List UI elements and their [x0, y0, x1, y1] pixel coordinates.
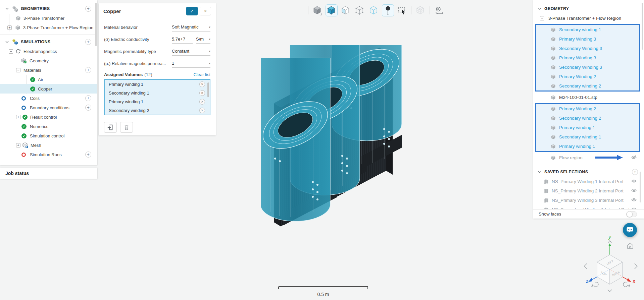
roll-cw-icon[interactable] [623, 282, 628, 287]
x-axis-label[interactable]: X [633, 279, 635, 284]
wireframe-select-icon[interactable] [368, 4, 380, 16]
left-sidebar-scrollbar[interactable] [95, 3, 97, 46]
volume-select-icon[interactable] [326, 4, 338, 16]
collapse-minus-box[interactable]: − [9, 49, 13, 54]
geometry-part-row[interactable]: Primary winding 1 [536, 123, 639, 132]
geometry-root-item[interactable]: − 3-Phase Transformer + Flow Region [533, 13, 644, 23]
eye-icon[interactable] [631, 198, 637, 202]
remove-volume-button[interactable]: × [199, 99, 205, 105]
geometry-part-row[interactable]: Secondary winding 2 [536, 113, 639, 123]
tree-item-air[interactable]: ✓ Air [0, 75, 97, 84]
tree-item-simulation-runs[interactable]: Simulation Runs + [0, 150, 97, 159]
tree-item-simulation-control[interactable]: ✓ Simulation control [0, 131, 97, 140]
assigned-volume-item[interactable]: Secondary winding 1 × [105, 88, 210, 97]
nudge-down-chevron[interactable] [608, 290, 612, 292]
geometry-part-row[interactable]: Primary Winding 2 [536, 72, 639, 81]
relative-permeability-input[interactable]: 1 ▾ [172, 59, 210, 68]
rotate-right-chevron[interactable] [635, 263, 637, 269]
permeability-type-select[interactable]: Constant ▾ [172, 47, 210, 56]
remove-volume-button[interactable]: × [199, 108, 205, 113]
close-button[interactable]: × [200, 7, 211, 15]
add-saved-selection-button[interactable]: + [632, 169, 638, 175]
job-status-bar[interactable]: Job status [0, 168, 97, 179]
add-simulation-run-button[interactable]: + [85, 152, 91, 158]
tree-item-3-phase-transformer[interactable]: 3-Phase Transformer [0, 13, 97, 23]
mesh-display-icon[interactable] [414, 4, 427, 16]
material-behavior-select[interactable]: Soft Magnetic ▾ [172, 23, 210, 32]
tree-item-mesh[interactable]: + Mesh [0, 140, 97, 150]
eye-icon[interactable] [631, 179, 637, 183]
add-boundary-condition-button[interactable]: + [85, 105, 91, 111]
remove-volume-button[interactable]: × [199, 81, 205, 87]
confirm-button[interactable]: ✓ [186, 7, 198, 15]
rotate-left-chevron[interactable] [584, 263, 587, 269]
geometry-part-row[interactable]: Secondary winding 1 [536, 132, 639, 141]
collapse-minus-box[interactable]: − [16, 68, 20, 72]
probe-point-icon[interactable] [382, 4, 394, 16]
add-material-button[interactable]: + [85, 67, 91, 73]
roll-ccw-icon[interactable] [594, 282, 598, 287]
saved-selection-row[interactable]: NS_Primary Winding 3 Internal Port [533, 195, 644, 205]
geometry-part-row[interactable]: Secondary winding 1 [536, 25, 639, 34]
tree-item-electromagnetics[interactable]: − Electromagnetics [0, 47, 97, 56]
eye-off-icon[interactable] [631, 155, 637, 159]
expand-plus-box[interactable]: + [7, 25, 12, 30]
saved-selections-scrollbar[interactable] [640, 172, 641, 202]
remove-volume-button[interactable]: × [199, 90, 205, 96]
clear-list-link[interactable]: Clear list [193, 72, 210, 77]
geometry-header[interactable]: GEOMETRY [533, 4, 644, 13]
expand-plus-box[interactable]: + [16, 143, 20, 147]
add-geometry-button[interactable]: + [85, 6, 91, 12]
geometries-header[interactable]: GEOMETRIES + [0, 4, 97, 13]
tree-item-result-control[interactable]: + ✓ Result control [0, 112, 97, 122]
add-simulation-button[interactable]: + [85, 39, 91, 45]
saved-selections-header[interactable]: SAVED SELECTIONS + [533, 167, 644, 177]
tree-item-coils[interactable]: Coils + [0, 94, 97, 103]
add-coil-button[interactable]: + [85, 95, 91, 101]
delete-button[interactable] [120, 122, 133, 133]
vertex-select-icon[interactable] [354, 4, 366, 16]
solid-cube-view-icon[interactable] [311, 4, 324, 16]
saved-selection-row[interactable]: NS_Primary Winding 1 Internal Port [533, 177, 644, 186]
y-axis-label[interactable]: y [608, 235, 611, 240]
conductivity-input[interactable]: 5.7e+7 [172, 35, 193, 44]
eye-icon[interactable] [631, 188, 637, 192]
winding-1[interactable] [261, 58, 335, 221]
tree-item-geometry[interactable]: Geometry [0, 56, 97, 65]
orientation-cube[interactable]: y LEFT TOP BACK Z X [582, 234, 639, 296]
expand-plus-box[interactable]: + [16, 115, 20, 119]
geometry-part-row[interactable]: Secondary Winding 3 [536, 62, 639, 72]
conductivity-unit-select[interactable]: S/m ▾ [196, 35, 210, 44]
home-view-icon[interactable] [628, 243, 633, 248]
tree-item-numerics[interactable]: ✓ Numerics [0, 122, 97, 131]
face-select-icon[interactable] [340, 4, 352, 16]
right-sidebar-scrollbar[interactable] [642, 3, 643, 50]
tree-item-boundary-conditions[interactable]: Boundary conditions + [0, 103, 97, 112]
geometry-part-row-flow-region[interactable]: Flow region [533, 153, 644, 162]
show-faces-toggle[interactable] [626, 211, 637, 217]
box-select-icon[interactable] [396, 4, 408, 16]
geometry-part-row[interactable]: Primary Winding 2 [536, 104, 639, 113]
assigned-volume-item[interactable]: Secondary winding 2 × [105, 106, 210, 115]
assigned-volume-item[interactable]: Primary winding 1 × [105, 80, 210, 88]
geometry-part-row-m24[interactable]: M24-100-01-01.stp [533, 93, 644, 102]
geometry-part-row[interactable]: Primary winding 1 [536, 141, 639, 151]
geometry-part-row[interactable]: Secondary Winding 3 [536, 44, 639, 53]
assigned-volumes-scrollbar[interactable] [207, 82, 209, 97]
geometry-part-row[interactable]: Primary Winding 3 [536, 53, 639, 62]
tree-item-materials[interactable]: − Materials + [0, 65, 97, 75]
panel-header: Copper ✓ × [99, 3, 216, 19]
z-axis-label[interactable]: Z [586, 279, 588, 284]
measure-tool-icon[interactable] [433, 4, 445, 16]
simulations-header[interactable]: SIMULATIONS + [0, 37, 97, 47]
collapse-minus-box[interactable]: − [540, 16, 544, 20]
assign-from-selection-button[interactable] [104, 122, 117, 133]
assigned-volume-item[interactable]: Primary winding 1 × [105, 97, 210, 106]
tree-item-3-phase-transformer-flow[interactable]: + 3-Phase Transformer + Flow Region [0, 23, 97, 32]
nudge-up-chevron[interactable] [608, 241, 611, 243]
tree-item-copper[interactable]: ✓ Copper [0, 84, 97, 94]
saved-selection-row[interactable]: NS_Primary Winding 2 Internal Port [533, 186, 644, 195]
geometry-part-row[interactable]: Secondary winding 2 [536, 81, 639, 91]
geometry-part-row[interactable]: Primary Winding 3 [536, 34, 639, 44]
transformer-model[interactable] [261, 45, 419, 228]
